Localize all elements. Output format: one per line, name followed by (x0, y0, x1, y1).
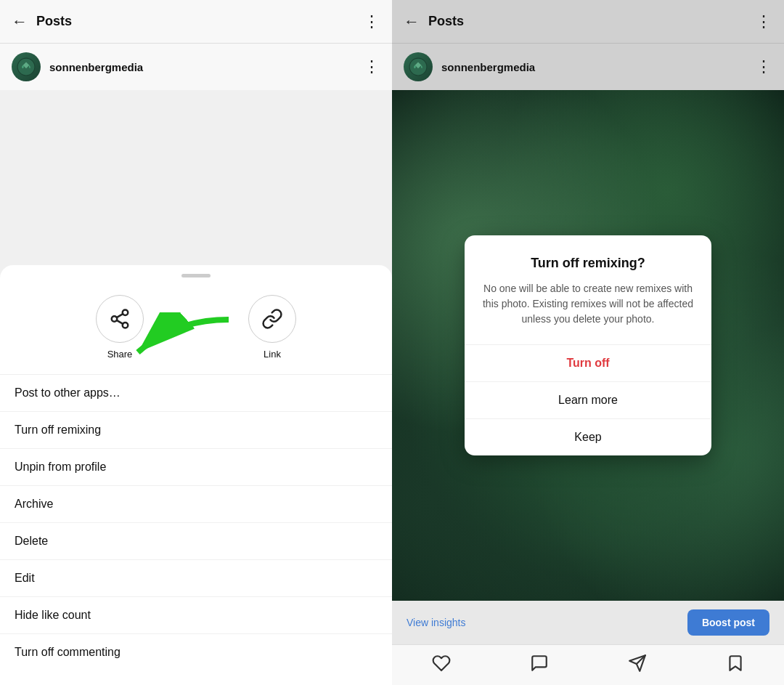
dialog-body: Turn off remixing? No one will be able t… (465, 235, 711, 327)
right-more-options-button[interactable]: ⋮ (756, 12, 772, 31)
left-profile-row: sonnenbergmedia ⋮ (0, 44, 392, 90)
send-icon[interactable] (628, 654, 647, 677)
right-page-title: Posts (428, 14, 756, 29)
bottom-sheet: Share Link Post to other apps… Turn off … (0, 265, 392, 685)
link-circle (248, 295, 296, 343)
left-avatar (12, 52, 41, 81)
left-top-bar: ← Posts ⋮ (0, 0, 392, 44)
svg-line-4 (117, 320, 123, 324)
menu-item-archive[interactable]: Archive (0, 486, 392, 523)
right-top-bar: ← Posts ⋮ (392, 0, 784, 44)
dialog-overlay: Turn off remixing? No one will be able t… (392, 90, 784, 601)
post-background: Turn off remixing? No one will be able t… (392, 90, 784, 601)
svg-line-5 (117, 314, 123, 317)
comment-icon[interactable] (530, 654, 549, 677)
bookmark-icon[interactable] (726, 654, 745, 677)
share-label: Share (107, 349, 133, 360)
menu-item-delete[interactable]: Delete (0, 523, 392, 560)
menu-item-edit[interactable]: Edit (0, 560, 392, 597)
share-circle (96, 295, 144, 343)
right-panel: ← Posts ⋮ sonnenbergmedia ⋮ Turn off rem… (392, 0, 784, 685)
link-item[interactable]: Link (248, 295, 296, 360)
sheet-handle (181, 274, 211, 277)
right-username: sonnenbergmedia (441, 61, 756, 73)
dialog-title: Turn off remixing? (482, 256, 694, 271)
right-avatar (404, 52, 433, 81)
sheet-icon-row: Share Link (0, 289, 392, 375)
left-panel: ← Posts ⋮ sonnenbergmedia ⋮ (0, 0, 392, 685)
dialog-description: No one will be able to create new remixe… (482, 281, 694, 327)
right-back-button[interactable]: ← (404, 12, 420, 31)
right-profile-more-button[interactable]: ⋮ (756, 57, 772, 76)
menu-item-turn-off-remixing[interactable]: Turn off remixing (0, 412, 392, 449)
menu-item-turn-off-commenting[interactable]: Turn off commenting (0, 634, 392, 670)
menu-item-unpin-profile[interactable]: Unpin from profile (0, 449, 392, 486)
left-profile-more-button[interactable]: ⋮ (364, 57, 380, 76)
left-back-button[interactable]: ← (12, 12, 28, 31)
turn-off-button[interactable]: Turn off (465, 345, 711, 382)
link-label: Link (264, 349, 281, 360)
heart-icon[interactable] (432, 654, 451, 677)
share-item[interactable]: Share (96, 295, 144, 360)
left-more-options-button[interactable]: ⋮ (364, 12, 380, 31)
learn-more-button[interactable]: Learn more (465, 382, 711, 419)
menu-item-hide-like-count[interactable]: Hide like count (0, 597, 392, 634)
view-insights-link[interactable]: View insights (407, 617, 465, 628)
post-icon-bar (392, 644, 784, 685)
keep-button[interactable]: Keep (465, 419, 711, 455)
bottom-action-bar: View insights Boost post (392, 601, 784, 644)
right-profile-row: sonnenbergmedia ⋮ (392, 44, 784, 90)
left-page-title: Posts (36, 14, 364, 29)
dialog-actions: Turn off Learn more Keep (465, 344, 711, 455)
turn-off-remixing-dialog: Turn off remixing? No one will be able t… (465, 235, 711, 455)
menu-item-post-to-apps[interactable]: Post to other apps… (0, 375, 392, 412)
left-username: sonnenbergmedia (49, 61, 364, 73)
boost-post-button[interactable]: Boost post (687, 609, 769, 636)
